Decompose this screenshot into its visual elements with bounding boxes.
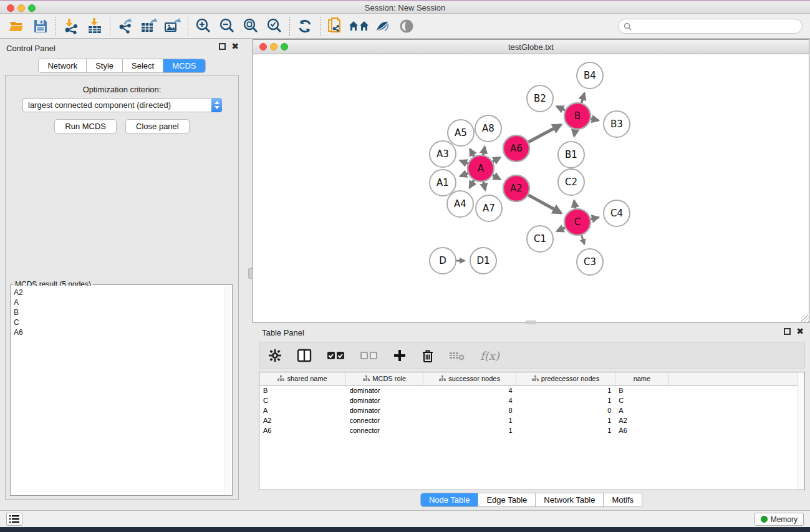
column-header-shared-name[interactable]: shared name	[259, 372, 346, 385]
tab-style[interactable]: Style	[87, 59, 123, 72]
tab-select[interactable]: Select	[123, 59, 163, 72]
node-D[interactable]: D	[430, 248, 456, 274]
edge-A-A5[interactable]	[470, 149, 475, 157]
edge-A-A7[interactable]	[483, 182, 485, 190]
criterion-dropdown[interactable]: largest connected component (directed)	[22, 98, 222, 112]
edge-A-A3[interactable]	[460, 161, 468, 164]
tab-edge-table[interactable]: Edge Table	[478, 493, 536, 506]
edge-A-A1[interactable]	[460, 173, 468, 177]
table-cell[interactable]: 8	[423, 405, 516, 415]
node-B[interactable]: B	[564, 103, 591, 129]
node-C2[interactable]: C2	[558, 169, 584, 195]
result-scrollbar[interactable]	[224, 286, 231, 495]
edge-B-B1[interactable]	[574, 130, 576, 137]
tab-mcds[interactable]: MCDS	[163, 59, 205, 72]
table-cell[interactable]: A	[259, 405, 346, 415]
node-A1[interactable]: A1	[430, 170, 456, 196]
edge-A-A2[interactable]	[493, 175, 500, 180]
resize-grip[interactable]	[801, 315, 809, 322]
table-cell[interactable]: 1	[423, 415, 516, 425]
table-cell[interactable]: dominator	[346, 405, 423, 415]
table-cell[interactable]: 1	[423, 425, 516, 435]
table-row[interactable]: Cdominator41C	[259, 395, 804, 405]
table-cell[interactable]: dominator	[346, 385, 423, 395]
network-graph[interactable]: B4B2BB3A8A5A6A3B1AA1C2A2A4A7C4CC1DD1C3	[253, 54, 809, 323]
edge-A2-C[interactable]	[528, 195, 561, 213]
node-C4[interactable]: C4	[604, 200, 630, 226]
node-A2[interactable]: A2	[503, 175, 529, 201]
table-cell[interactable]: C	[615, 395, 668, 405]
zoom-in-button[interactable]	[191, 16, 215, 37]
table-cell[interactable]: 4	[423, 395, 516, 405]
table-row[interactable]: A6connector11A6	[259, 425, 804, 435]
table-cell[interactable]: 4	[423, 385, 516, 395]
save-session-button[interactable]	[29, 16, 52, 37]
edge-A6-B[interactable]	[528, 125, 561, 142]
table-cell[interactable]: 1	[516, 385, 615, 395]
node-D1[interactable]: D1	[470, 248, 496, 274]
node-B4[interactable]: B4	[577, 62, 603, 89]
table-cell[interactable]: dominator	[346, 395, 423, 405]
close-panel-button[interactable]: Close panel	[125, 119, 190, 133]
table-cell[interactable]: connector	[346, 425, 423, 435]
splitter-handle-left[interactable]	[248, 268, 253, 279]
refresh-button[interactable]	[293, 16, 317, 37]
table-cell[interactable]: 1	[516, 425, 615, 435]
table-row[interactable]: A2connector11A2	[259, 415, 804, 425]
close-panel-icon[interactable]: ✖	[231, 43, 239, 50]
table-cell[interactable]: A2	[615, 415, 668, 425]
edge-C-C1[interactable]	[557, 228, 565, 231]
network-canvas[interactable]: B4B2BB3A8A5A6A3B1AA1C2A2A4A7C4CC1DD1C3	[253, 54, 809, 322]
result-list-item[interactable]: C	[14, 317, 224, 327]
column-header-predecessor-nodes[interactable]: predecessor nodes	[516, 372, 615, 385]
node-A[interactable]: A	[468, 155, 494, 181]
node-B1[interactable]: B1	[558, 142, 584, 168]
column-header-name[interactable]: name	[615, 372, 668, 385]
node-B2[interactable]: B2	[527, 85, 553, 112]
table-cell[interactable]: B	[615, 385, 668, 395]
table-cell[interactable]: A	[615, 405, 668, 415]
table-cell[interactable]: A2	[259, 415, 346, 425]
search-box[interactable]	[618, 19, 803, 34]
node-A5[interactable]: A5	[448, 120, 474, 146]
result-list-item[interactable]: A	[14, 297, 224, 307]
zoom-fit-button[interactable]	[239, 16, 263, 37]
birds-eye-button[interactable]	[395, 16, 418, 37]
edge-C-C4[interactable]	[591, 218, 598, 220]
deselect-all-icon[interactable]	[360, 351, 378, 360]
node-A4[interactable]: A4	[447, 191, 473, 217]
zoom-out-button[interactable]	[215, 16, 239, 37]
node-C3[interactable]: C3	[577, 249, 603, 275]
edge-A-A8[interactable]	[483, 147, 485, 155]
mcds-result-list[interactable]: A2ABCA6	[11, 286, 224, 495]
result-list-item[interactable]: B	[14, 307, 224, 317]
table-cell[interactable]: 0	[516, 405, 615, 415]
close-panel-icon[interactable]: ✖	[796, 328, 804, 335]
table-cell[interactable]: A6	[615, 425, 668, 435]
search-input[interactable]	[635, 22, 802, 31]
export-image-button[interactable]	[161, 16, 185, 37]
result-list-item[interactable]: A2	[14, 288, 224, 297]
gear-icon[interactable]	[268, 349, 282, 362]
edge-A-A4[interactable]	[470, 180, 474, 188]
home-button[interactable]	[347, 16, 371, 37]
edge-C-C2[interactable]	[574, 201, 576, 209]
node-A3[interactable]: A3	[430, 141, 456, 167]
column-header-mcds-role[interactable]: MCDS role	[346, 372, 423, 385]
table-cell[interactable]: connector	[346, 415, 423, 425]
open-session-button[interactable]	[5, 16, 29, 37]
node-C[interactable]: C	[564, 209, 591, 235]
delete-icon[interactable]	[422, 349, 434, 363]
export-table-button[interactable]	[137, 16, 161, 37]
memory-button[interactable]: Memory	[755, 513, 804, 526]
table-cell[interactable]: B	[259, 385, 346, 395]
table-cell[interactable]: 1	[516, 415, 615, 425]
edge-A-A6[interactable]	[493, 158, 500, 162]
network-window-titlebar[interactable]: testGlobe.txt	[253, 40, 809, 54]
task-history-button[interactable]	[6, 513, 22, 526]
node-B3[interactable]: B3	[604, 111, 630, 137]
table-cell[interactable]: 1	[516, 395, 615, 405]
table-cell[interactable]: A6	[259, 425, 346, 435]
node-table[interactable]: shared nameMCDS rolesuccessor nodesprede…	[259, 372, 805, 490]
edge-B-B2[interactable]	[557, 107, 565, 110]
